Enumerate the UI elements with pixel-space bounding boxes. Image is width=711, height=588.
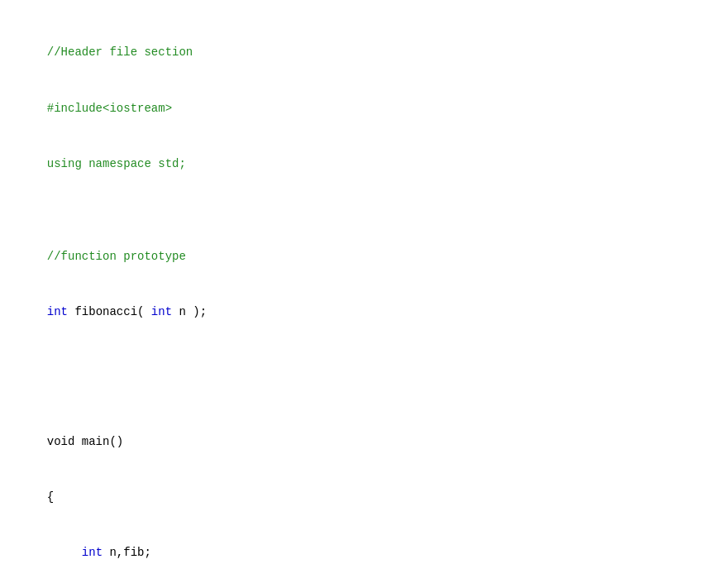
- code-editor: //Header file section #include<iostream>…: [33, 25, 678, 588]
- proto-decl-rest2: n );: [172, 305, 207, 318]
- int-keyword-proto: int: [47, 305, 68, 318]
- header-comment: //Header file section: [47, 45, 193, 59]
- void-keyword: void main(): [47, 435, 123, 448]
- main-open-brace: {: [47, 490, 54, 504]
- using-line: using namespace std;: [47, 157, 186, 170]
- var-decl: n,fib;: [103, 546, 151, 559]
- proto-comment: //function prototype: [47, 250, 186, 263]
- proto-decl-rest: fibonacci(: [68, 305, 151, 318]
- int-keyword-proto2: int: [151, 305, 172, 318]
- int-keyword-decl: int: [82, 546, 103, 559]
- include-line: #include<iostream>: [47, 102, 172, 115]
- int-decl-line: [47, 546, 82, 559]
